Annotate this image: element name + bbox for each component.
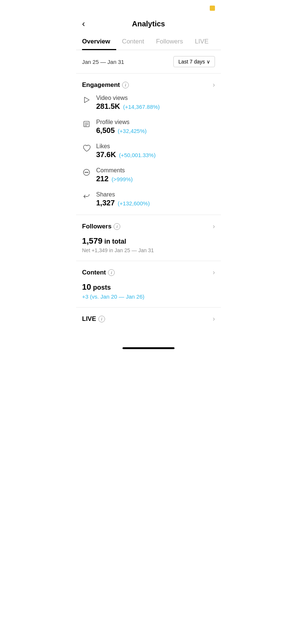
followers-title: Followers bbox=[82, 223, 111, 230]
engagement-title-group: Engagement i bbox=[82, 81, 129, 89]
engagement-chevron-icon[interactable]: › bbox=[213, 81, 215, 89]
content-change[interactable]: +3 (vs. Jan 20 — Jan 26) bbox=[82, 293, 215, 300]
engagement-info-icon[interactable]: i bbox=[122, 82, 129, 88]
likes-label: Likes bbox=[96, 143, 156, 150]
video-views-value: 281.5K bbox=[96, 102, 120, 111]
content-title-group: Content i bbox=[82, 269, 115, 276]
shares-value: 1,327 bbox=[96, 199, 115, 207]
engagement-header: Engagement i › bbox=[82, 81, 215, 89]
profile-views-change: (+32,425%) bbox=[118, 128, 147, 134]
followers-total-suffix-text: in total bbox=[104, 238, 126, 245]
share-icon bbox=[82, 192, 91, 201]
svg-point-7 bbox=[86, 172, 87, 173]
content-section: Content i › 10 posts +3 (vs. Jan 20 — Ja… bbox=[76, 261, 221, 308]
engagement-section: Engagement i › Video views 281.5K (+14,3… bbox=[76, 74, 221, 215]
engagement-title: Engagement bbox=[82, 81, 120, 89]
heart-icon bbox=[82, 144, 91, 153]
content-chevron-icon[interactable]: › bbox=[213, 269, 215, 276]
profile-icon bbox=[82, 120, 91, 129]
svg-point-8 bbox=[87, 172, 88, 173]
followers-header: Followers i › bbox=[82, 222, 215, 230]
content-info-icon[interactable]: i bbox=[108, 269, 115, 276]
followers-section: Followers i › 1,579 in total Net +1,349 … bbox=[76, 215, 221, 261]
content-posts-count: 10 bbox=[82, 282, 91, 292]
followers-chevron-icon[interactable]: › bbox=[213, 222, 215, 230]
chevron-down-icon: ∨ bbox=[206, 59, 210, 65]
followers-info-icon[interactable]: i bbox=[114, 223, 120, 230]
shares-change: (+132,600%) bbox=[118, 200, 150, 206]
content-header: Content i › bbox=[82, 269, 215, 276]
play-icon bbox=[82, 95, 91, 104]
live-title-group: LIVE i bbox=[82, 315, 105, 323]
back-button[interactable]: ‹ bbox=[82, 19, 85, 28]
content-posts-suffix-text: posts bbox=[93, 284, 111, 291]
status-indicator bbox=[210, 6, 215, 11]
followers-total: 1,579 in total bbox=[82, 236, 215, 246]
metric-likes: Likes 37.6K (+50,001.33%) bbox=[82, 143, 215, 159]
comment-icon bbox=[82, 168, 91, 177]
tab-followers[interactable]: Followers bbox=[150, 34, 189, 50]
tab-bar: Overview Content Followers LIVE bbox=[76, 34, 221, 50]
followers-count: 1,579 bbox=[82, 236, 102, 245]
live-chevron-icon[interactable]: › bbox=[213, 315, 215, 323]
live-section: LIVE i › bbox=[76, 308, 221, 340]
content-title: Content bbox=[82, 269, 106, 276]
live-info-icon[interactable]: i bbox=[98, 316, 105, 322]
live-title: LIVE bbox=[82, 315, 96, 323]
date-filter-button[interactable]: Last 7 days ∨ bbox=[173, 56, 215, 67]
status-bar bbox=[76, 0, 221, 16]
metric-profile-views: Profile views 6,505 (+32,425%) bbox=[82, 119, 215, 135]
shares-label: Shares bbox=[96, 191, 150, 198]
comments-change: (>999%) bbox=[111, 176, 133, 182]
home-indicator bbox=[123, 347, 174, 349]
tab-content[interactable]: Content bbox=[116, 34, 150, 50]
date-range-label: Jan 25 — Jan 31 bbox=[82, 59, 124, 65]
followers-title-group: Followers i bbox=[82, 223, 120, 230]
metric-shares: Shares 1,327 (+132,600%) bbox=[82, 191, 215, 207]
profile-views-value: 6,505 bbox=[96, 126, 115, 135]
date-filter-label: Last 7 days bbox=[178, 59, 205, 65]
content-posts: 10 posts bbox=[82, 282, 215, 292]
video-views-label: Video views bbox=[96, 95, 160, 101]
comments-value: 212 bbox=[96, 175, 108, 183]
metric-video-views: Video views 281.5K (+14,367.88%) bbox=[82, 95, 215, 111]
likes-value: 37.6K bbox=[96, 150, 116, 159]
tab-overview[interactable]: Overview bbox=[82, 34, 116, 50]
live-header: LIVE i › bbox=[82, 315, 215, 323]
header: ‹ Analytics bbox=[76, 16, 221, 34]
video-views-change: (+14,367.88%) bbox=[123, 104, 160, 110]
likes-change: (+50,001.33%) bbox=[119, 152, 156, 158]
metric-comments: Comments 212 (>999%) bbox=[82, 167, 215, 183]
comments-label: Comments bbox=[96, 167, 133, 174]
page-title: Analytics bbox=[132, 20, 165, 28]
date-row: Jan 25 — Jan 31 Last 7 days ∨ bbox=[76, 50, 221, 74]
tab-live[interactable]: LIVE bbox=[189, 34, 215, 50]
svg-marker-0 bbox=[85, 97, 89, 103]
followers-net: Net +1,349 in Jan 25 — Jan 31 bbox=[82, 247, 215, 253]
svg-point-6 bbox=[85, 172, 86, 173]
profile-views-label: Profile views bbox=[96, 119, 147, 126]
